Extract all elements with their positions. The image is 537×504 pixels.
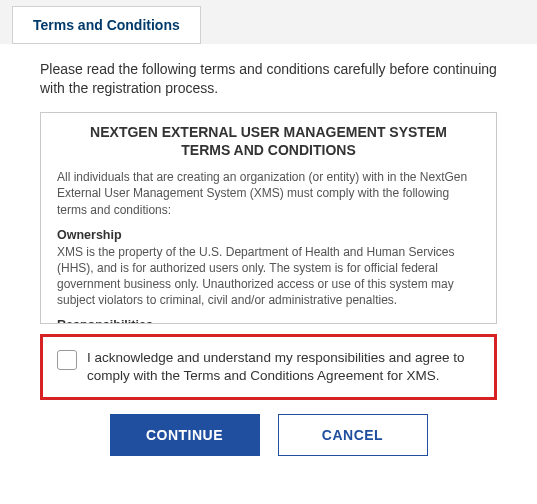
cancel-button[interactable]: CANCEL (278, 414, 428, 456)
terms-title-line2: TERMS AND CONDITIONS (181, 142, 355, 158)
acknowledge-container: I acknowledge and understand my responsi… (40, 334, 497, 400)
terms-title-line1: NEXTGEN EXTERNAL USER MANAGEMENT SYSTEM (90, 124, 447, 140)
terms-ownership-para: XMS is the property of the U.S. Departme… (57, 244, 480, 309)
tab-terms-and-conditions[interactable]: Terms and Conditions (12, 6, 201, 44)
main-content: Please read the following terms and cond… (0, 44, 537, 468)
terms-heading-responsibilities: Responsibilities (57, 318, 480, 323)
acknowledge-label: I acknowledge and understand my responsi… (87, 349, 480, 385)
acknowledge-checkbox[interactable] (57, 350, 77, 370)
continue-button[interactable]: CONTINUE (110, 414, 260, 456)
intro-text: Please read the following terms and cond… (40, 60, 497, 98)
button-row: CONTINUE CANCEL (40, 414, 497, 456)
terms-intro-para: All individuals that are creating an org… (57, 169, 480, 218)
terms-title: NEXTGEN EXTERNAL USER MANAGEMENT SYSTEM … (57, 123, 480, 159)
tab-bar: Terms and Conditions (0, 0, 537, 44)
terms-heading-ownership: Ownership (57, 228, 480, 242)
terms-scroll-area[interactable]: NEXTGEN EXTERNAL USER MANAGEMENT SYSTEM … (40, 112, 497, 324)
